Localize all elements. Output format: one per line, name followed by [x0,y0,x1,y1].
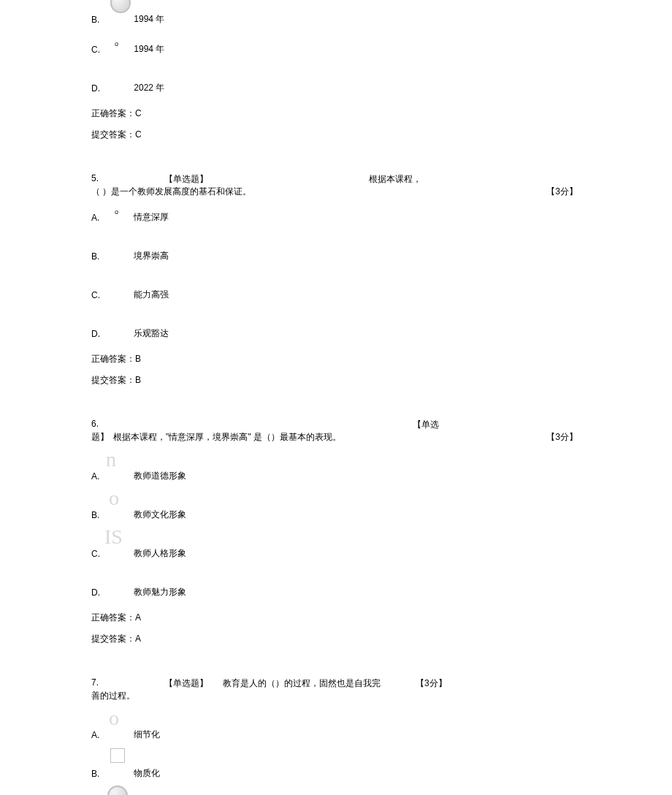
option-text: 乐观豁达 [134,327,169,340]
option-a: o A. 情意深厚 [91,211,581,224]
watermark-text: n [106,448,116,471]
question-stem-row: （ ）是一个教师发展高度的基石和保证。 【3分】 [91,186,581,198]
option-text: 教师道德形象 [134,470,186,482]
option-label: C. [91,549,131,559]
submitted-answer-value: C [135,129,142,140]
option-label: B. [91,769,131,779]
option-label: A. [91,213,131,223]
option-c: C. 能力高强 [91,289,581,301]
option-label: A. [91,730,131,740]
option-label: D. [91,329,131,339]
option-label: B. [91,15,131,25]
question-number: 7. [91,677,164,690]
question-number: 5. [91,173,164,186]
question-stem-mid: 教育是人的（）的过程，固然也是自我完 [223,677,413,690]
option-d: D. 2022 年 [91,82,581,94]
submitted-answer: 提交答案：B [91,374,581,387]
submitted-answer-value: A [135,634,141,644]
question-stem: 根据本课程，"情意深厚，境界崇高" 是（）最基本的表现。 [113,431,341,444]
correct-answer: 正确答案：A [91,612,581,624]
submitted-answer-label: 提交答案： [91,375,135,385]
watermark-text: IS [104,525,123,549]
option-b: o B. 教师文化形象 [91,509,581,521]
option-label: D. [91,587,131,598]
correct-answer: 正确答案：B [91,353,581,365]
question-score: 【3分】 [546,431,578,444]
question-type-2: 题】 [91,431,109,444]
correct-answer-value: A [135,612,141,623]
submitted-answer: 提交答案：A [91,633,581,645]
option-b: B. 物质化 [91,767,581,780]
option-text: 能力高强 [134,289,169,301]
option-label: B. [91,251,131,262]
option-text: 2022 年 [134,82,164,94]
watermark-text: o [109,707,119,730]
question-number: 6. [91,419,413,431]
option-text: 物质化 [134,767,160,780]
question-stem-wrap: 善的过程。 [91,690,581,702]
watermark-circle [107,786,128,795]
option-d: D. 教师魅力形象 [91,586,581,598]
submitted-answer-label: 提交答案： [91,129,135,140]
question-type: 【单选题】 [164,677,223,690]
correct-answer: 正确答案：C [91,107,581,120]
question-header: 6. 【单选 [91,419,581,431]
submitted-answer-value: B [135,375,141,385]
correct-answer-label: 正确答案： [91,354,135,364]
question-stem-row: 题】 根据本课程，"情意深厚，境界崇高" 是（）最基本的表现。 【3分】 [91,431,581,444]
option-label: C. [91,45,131,55]
superscript: o [115,40,118,47]
option-label: D. [91,83,131,94]
document-page: B. 1994 年 o C. 1994 年 D. 2022 年 正确答案：C 提… [0,13,672,795]
option-c: IS C. 教师人格形象 [91,547,581,560]
option-b: B. 境界崇高 [91,250,581,262]
question-header: 7. 【单选题】 教育是人的（）的过程，固然也是自我完 【3分】 [91,677,581,690]
superscript: o [115,208,118,216]
option-text: 教师文化形象 [134,509,186,521]
question-stem: （ ）是一个教师发展高度的基石和保证。 [91,186,251,198]
option-label: B. [91,510,131,520]
option-text: 教师人格形象 [134,547,186,560]
question-header: 5. 【单选题】 根据本课程， [91,173,581,186]
question-7: 7. 【单选题】 教育是人的（）的过程，固然也是自我完 【3分】 善的过程。 o… [91,677,581,795]
option-d: D. 乐观豁达 [91,327,581,340]
question-5: 5. 【单选题】 根据本课程， （ ）是一个教师发展高度的基石和保证。 【3分】… [91,173,581,387]
option-text: 1994 年 [134,43,164,56]
question-stem-pre: 根据本课程， [369,173,421,186]
option-label: C. [91,290,131,300]
question-score: 【3分】 [546,186,578,198]
option-a: n A. 教师道德形象 [91,470,581,482]
option-text: 境界崇高 [134,250,169,262]
watermark-square [110,748,125,763]
question-4-tail: B. 1994 年 o C. 1994 年 D. 2022 年 正确答案：C 提… [91,13,581,141]
correct-answer-label: 正确答案： [91,108,135,118]
option-b: B. 1994 年 [91,13,581,26]
watermark-circle [110,0,131,13]
submitted-answer-label: 提交答案： [91,634,135,644]
option-text: 教师魅力形象 [134,586,186,598]
option-text: 情意深厚 [134,211,169,224]
question-score: 【3分】 [416,677,447,690]
option-text: 细节化 [134,729,160,741]
option-text: 1994 年 [134,13,164,26]
correct-answer-label: 正确答案： [91,612,135,623]
correct-answer-value: C [135,108,142,118]
question-type: 【单选题】 [164,173,369,186]
watermark-text: o [109,487,119,510]
option-label: A. [91,471,131,482]
question-6: 6. 【单选 题】 根据本课程，"情意深厚，境界崇高" 是（）最基本的表现。 【… [91,419,581,645]
option-a: o A. 细节化 [91,729,581,741]
question-type: 【单选 [413,419,439,431]
submitted-answer: 提交答案：C [91,129,581,141]
option-c: o C. 1994 年 [91,43,581,56]
correct-answer-value: B [135,354,141,364]
